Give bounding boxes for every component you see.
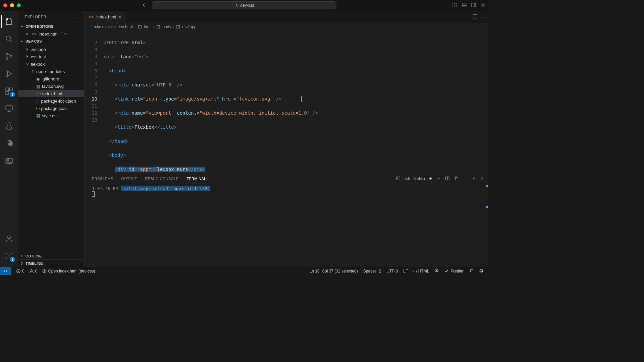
- status-errors[interactable]: 0: [16, 269, 24, 274]
- tree-item-favicon-svg[interactable]: ▦ favicon.svg: [18, 82, 84, 90]
- extensions-badge: 1: [10, 92, 15, 97]
- terminal[interactable]: 1:07:46 PM [vite] page reload index.html…: [85, 184, 488, 267]
- code-area[interactable]: <!DOCTYPE html> <html lang="en"> <head> …: [103, 31, 488, 173]
- terminal-dropdown-icon[interactable]: [436, 176, 441, 181]
- close-window-icon[interactable]: [3, 3, 7, 7]
- terminal-scrollbar[interactable]: [485, 184, 488, 267]
- tree-item-package-lock-json[interactable]: { } package-lock.json: [18, 97, 84, 105]
- status-bar: 0 0 Open index.html (dev-css) Ln 10, Col…: [0, 267, 488, 275]
- split-terminal-icon[interactable]: [445, 176, 450, 181]
- breadcrumb-item[interactable]: body: [162, 24, 171, 29]
- terminal-timestamp: 1:07:46 PM: [92, 186, 118, 191]
- status-position[interactable]: Ln 10, Col 37 (32 selected): [310, 269, 358, 274]
- minimize-window-icon[interactable]: [10, 3, 14, 7]
- breadcrumb-item[interactable]: flexbox: [91, 24, 103, 29]
- tree-item-style-css[interactable]: ▦ style.css: [18, 112, 84, 119]
- maximize-panel-icon[interactable]: [472, 176, 477, 181]
- activity-extensions[interactable]: 1: [1, 83, 17, 99]
- open-editors-header[interactable]: OPEN EDITORS: [18, 23, 84, 30]
- chevron-right-icon: ›: [173, 24, 174, 29]
- status-spaces[interactable]: Spaces: 2: [363, 269, 381, 274]
- activity-source-control[interactable]: [1, 48, 17, 64]
- activity-settings[interactable]: 1: [1, 248, 17, 264]
- kill-terminal-icon[interactable]: [454, 176, 459, 181]
- timeline-header[interactable]: TIMELINE: [18, 259, 84, 267]
- settings-badge: 1: [10, 257, 15, 262]
- activity-edge[interactable]: [1, 135, 17, 152]
- svg-point-8: [6, 36, 10, 40]
- activity-explorer[interactable]: [1, 13, 17, 29]
- status-encoding[interactable]: UTF-8: [386, 269, 398, 274]
- status-prettier[interactable]: Prettier: [444, 269, 464, 274]
- command-center[interactable]: dev-css: [152, 1, 336, 9]
- status-live-icon[interactable]: [434, 268, 439, 274]
- tree-item-node_modules[interactable]: node_modules: [18, 68, 84, 75]
- svg-rect-6: [481, 5, 483, 7]
- customize-layout-icon[interactable]: [480, 2, 486, 9]
- outline-header[interactable]: OUTLINE: [18, 252, 84, 259]
- chevron-down-icon: [19, 24, 24, 29]
- terminal-msg: index.html (x2): [171, 186, 210, 191]
- new-terminal-icon[interactable]: +: [429, 176, 432, 182]
- tree-item-css-test[interactable]: css-test: [18, 53, 84, 60]
- terminal-shell-label[interactable]: zsh - flexbox: [405, 177, 425, 181]
- open-editor-item[interactable]: × <> index.html flex...: [18, 30, 84, 38]
- tree-item-index-html[interactable]: <> index.html: [18, 90, 84, 97]
- status-feedback-icon[interactable]: [469, 268, 474, 274]
- close-editor-icon[interactable]: ×: [25, 31, 30, 37]
- terminal-process-icon[interactable]: [396, 176, 400, 181]
- activity-testing[interactable]: [1, 118, 17, 134]
- status-eol[interactable]: LF: [403, 269, 408, 274]
- panel-tab-problems[interactable]: PROBLEMS: [92, 177, 113, 181]
- nav-back-icon[interactable]: [141, 2, 147, 9]
- remote-indicator[interactable]: [0, 267, 11, 275]
- tab-index-html[interactable]: <> index.html ×: [85, 11, 126, 23]
- symbol-icon: [138, 24, 142, 29]
- activity-accounts[interactable]: [1, 231, 17, 247]
- status-open-file[interactable]: Open index.html (dev-css): [42, 269, 95, 274]
- toggle-secondary-sidebar-icon[interactable]: [471, 2, 476, 9]
- svg-point-19: [8, 255, 10, 257]
- tree-item--vscode[interactable]: .vscode: [18, 46, 84, 53]
- activity-images[interactable]: [1, 153, 17, 169]
- activity-remote-explorer[interactable]: [1, 101, 17, 117]
- sidebar-more-icon[interactable]: ⋯: [74, 14, 79, 20]
- more-icon[interactable]: ⋯: [463, 176, 468, 182]
- folder-root-header[interactable]: DEV-CSS: [18, 38, 84, 45]
- panel-tab-debug[interactable]: DEBUG CONSOLE: [145, 177, 179, 181]
- status-language[interactable]: { }HTML: [413, 269, 429, 274]
- svg-point-29: [436, 270, 437, 271]
- status-warnings[interactable]: 0: [29, 269, 38, 274]
- tree-item--gitignore[interactable]: ◆ .gitignore: [18, 75, 84, 82]
- close-panel-icon[interactable]: ×: [481, 176, 484, 182]
- breadcrumb-item[interactable]: index.html: [114, 24, 133, 29]
- sidebar-header: EXPLORER ⋯: [18, 11, 84, 23]
- activity-run-debug[interactable]: [1, 66, 17, 82]
- tab-label: index.html: [96, 14, 116, 19]
- breadcrumb-item[interactable]: div#app: [182, 24, 196, 29]
- status-bell-icon[interactable]: [479, 268, 484, 274]
- tree-item-flexbox[interactable]: flexbox: [18, 60, 84, 68]
- panel-tab-terminal[interactable]: TERMINAL: [186, 177, 206, 181]
- toggle-panel-icon[interactable]: [462, 2, 467, 9]
- svg-rect-3: [472, 3, 476, 7]
- breadcrumb[interactable]: flexbox › <> index.html › html › body › …: [85, 23, 488, 31]
- svg-point-0: [235, 4, 237, 6]
- breadcrumb-item[interactable]: html: [144, 24, 152, 29]
- split-editor-icon[interactable]: [472, 14, 478, 20]
- html-file-icon: <>: [89, 14, 94, 19]
- tree-item-package-json[interactable]: { } package.json: [18, 105, 84, 112]
- toggle-primary-sidebar-icon[interactable]: [452, 2, 458, 9]
- maximize-window-icon[interactable]: [17, 3, 21, 7]
- activity-search[interactable]: [1, 31, 17, 47]
- svg-point-27: [44, 270, 45, 272]
- tab-close-icon[interactable]: ×: [119, 14, 121, 20]
- svg-rect-1: [453, 3, 457, 7]
- panel-tab-output[interactable]: OUTPUT: [121, 177, 137, 181]
- editor[interactable]: 12345678910111213 <!DOCTYPE html> <html …: [85, 31, 488, 173]
- chevron-right-icon: ›: [135, 24, 136, 29]
- svg-rect-14: [6, 92, 9, 95]
- more-actions-icon[interactable]: ⋯: [481, 14, 486, 20]
- title-bar: dev-css: [0, 0, 488, 11]
- html-file-icon: <>: [32, 32, 37, 37]
